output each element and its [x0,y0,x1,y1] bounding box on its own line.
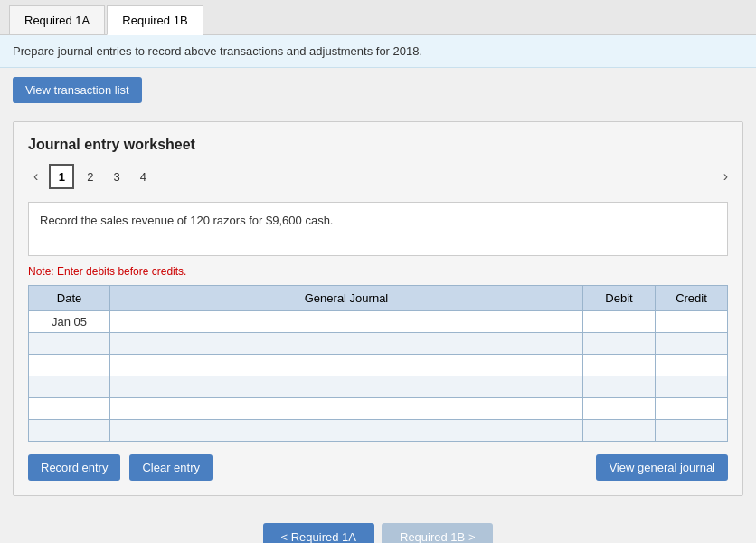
debit-input-1[interactable] [583,311,655,332]
record-entry-button[interactable]: Record entry [28,454,120,481]
debit-input-2[interactable] [583,333,655,354]
date-cell-3 [29,355,110,376]
nav-prev-button[interactable]: < Required 1A [263,523,374,543]
debit-input-5[interactable] [583,398,655,419]
journal-input-1[interactable] [110,311,582,332]
tab-required-1a[interactable]: Required 1A [9,5,105,34]
credit-input-5[interactable] [656,398,727,419]
debit-input-3[interactable] [583,355,655,376]
col-header-journal: General Journal [110,286,583,311]
credit-cell-5[interactable] [656,398,728,420]
credit-input-4[interactable] [656,376,727,397]
credit-cell-3[interactable] [656,355,728,376]
table-row [29,333,728,355]
tabs-container: Required 1A Required 1B [0,0,756,35]
info-bar: Prepare journal entries to record above … [0,35,756,68]
description-box: Record the sales revenue of 120 razors f… [28,202,728,256]
journal-input-5[interactable] [110,398,582,419]
credit-input-6[interactable] [656,420,727,441]
credit-cell-2[interactable] [656,333,728,355]
date-cell-4 [29,376,110,398]
credit-input-3[interactable] [656,355,727,376]
view-transaction-btn[interactable]: View transaction list [13,77,142,103]
debit-input-6[interactable] [583,420,655,441]
nav-next-button[interactable]: Required 1B > [382,523,493,543]
journal-cell-2[interactable] [110,333,583,355]
journal-input-2[interactable] [110,333,582,354]
bottom-nav: < Required 1A Required 1B > [0,505,756,543]
debit-cell-4[interactable] [583,376,656,398]
note-text: Note: Enter debits before credits. [28,265,728,278]
debit-cell-6[interactable] [583,420,656,442]
table-row [29,420,728,442]
journal-cell-4[interactable] [110,376,583,398]
debit-input-4[interactable] [583,376,655,397]
col-header-credit: Credit [656,286,728,311]
date-cell-6 [29,420,110,442]
table-row [29,376,728,398]
credit-cell-6[interactable] [656,420,728,442]
debit-cell-1[interactable] [583,311,656,333]
clear-entry-button[interactable]: Clear entry [129,454,213,481]
debit-cell-5[interactable] [583,398,656,420]
worksheet-title: Journal entry worksheet [28,137,728,153]
worksheet-card: Journal entry worksheet ‹ 1 2 3 4 › Reco… [13,121,743,496]
journal-cell-5[interactable] [110,398,583,420]
date-cell-1: Jan 05 [29,311,110,333]
date-cell-5 [29,398,110,420]
table-row [29,355,728,376]
debit-cell-3[interactable] [583,355,656,376]
journal-cell-3[interactable] [110,355,583,376]
page-2[interactable]: 2 [80,167,100,187]
date-cell-2 [29,333,110,355]
credit-cell-1[interactable] [656,311,728,333]
page-1[interactable]: 1 [49,164,74,189]
credit-input-1[interactable] [656,311,727,332]
tab-required-1b[interactable]: Required 1B [107,5,203,35]
page-3[interactable]: 3 [107,167,128,187]
page-4[interactable]: 4 [133,167,154,187]
journal-input-3[interactable] [110,355,582,376]
debit-cell-2[interactable] [583,333,656,355]
journal-input-6[interactable] [110,420,582,441]
journal-cell-1[interactable] [110,311,583,333]
prev-page-arrow[interactable]: ‹ [28,167,43,186]
pagination: ‹ 1 2 3 4 › [28,164,728,189]
transaction-btn-row: View transaction list [0,68,756,112]
table-row [29,398,728,420]
journal-input-4[interactable] [110,376,582,397]
credit-input-2[interactable] [656,333,727,354]
journal-table: Date General Journal Debit Credit Jan 05 [28,285,728,442]
credit-cell-4[interactable] [656,376,728,398]
col-header-date: Date [29,286,110,311]
journal-cell-6[interactable] [110,420,583,442]
col-header-debit: Debit [583,286,656,311]
table-row: Jan 05 [29,311,728,333]
next-page-arrow[interactable]: › [723,168,728,185]
action-buttons: Record entry Clear entry View general jo… [28,454,728,481]
view-general-journal-button[interactable]: View general journal [596,454,728,481]
